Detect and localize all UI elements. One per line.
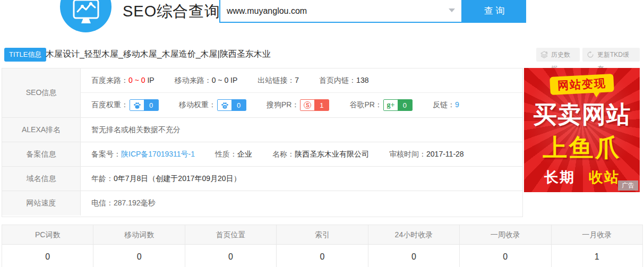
seo-info-table: SEO信息 百度来路：0 ~ 0 IP 移动来路：0 ~ 0 IP 出站链接：7… — [2, 68, 523, 217]
table-row-seo: SEO信息 百度来路：0 ~ 0 IP 移动来路：0 ~ 0 IP 出站链接：7… — [2, 68, 522, 118]
stats-value: 0 — [277, 245, 368, 267]
app-logo — [60, 0, 111, 32]
site-title-text: 木屋设计_轻型木屋_移动木屋_木屋造价_木屋|陕西圣东木业 — [46, 49, 271, 60]
history-data-button[interactable]: 历史数据 — [536, 48, 580, 62]
baidu-weight[interactable]: 百度权重：0 — [91, 99, 159, 111]
table-row-speed: 网站速度 电信：287.192毫秒 — [2, 191, 522, 216]
baidu-traffic: 百度来路：0 ~ 0 IP — [91, 76, 154, 85]
stats-value: 0 — [185, 245, 277, 267]
page-title: SEO综合查询 — [123, 1, 220, 22]
ad-label: 广告 — [618, 180, 638, 191]
table-row-beian: 备案信息 备案号：陕ICP备17019311号-1 性质：企业 名称：陕西圣东木… — [2, 142, 522, 167]
stats-col-header: PC词数 — [2, 225, 93, 244]
stats-col-header: 一周收录 — [460, 225, 551, 244]
title-info-badge: TITLE信息 — [4, 48, 46, 62]
google-pr[interactable]: 谷歌PR：g+0 — [349, 99, 412, 111]
stats-header-row: PC词数 移动词数 首页位置 索引 24小时收录 一周收录 一月收录 — [2, 225, 642, 245]
stats-col-header: 24小时收录 — [368, 225, 460, 244]
ad-banner[interactable]: 网站变现 买卖网站 上鱼爪 长期收站 广告 — [524, 68, 640, 192]
row-label: 备案信息 — [2, 142, 81, 166]
mobile-traffic: 移动来路：0 ~ 0 IP — [175, 76, 238, 85]
row-label: ALEXA排名 — [2, 118, 81, 142]
row-label: 域名信息 — [2, 167, 81, 191]
chevron-down-icon[interactable] — [449, 8, 455, 12]
beian-company-name: 名称：陕西圣东木业有限公司 — [272, 150, 369, 159]
search-input[interactable] — [219, 0, 462, 23]
homepage-inlinks: 首页内链：138 — [319, 76, 368, 85]
stats-value: 0 — [460, 245, 551, 267]
refresh-icon — [587, 51, 594, 58]
stats-value: 0 — [368, 245, 460, 267]
monitor-chart-icon — [72, 0, 100, 29]
row-label: 网站速度 — [2, 191, 81, 216]
backlinks[interactable]: 反链：9 — [433, 100, 459, 110]
sogou-icon: S — [304, 101, 311, 109]
row-label: SEO信息 — [2, 68, 81, 117]
beian-nature: 性质：企业 — [215, 150, 252, 159]
speed-value: 电信：287.192毫秒 — [91, 199, 156, 208]
mobile-weight[interactable]: 移动权重：m0 — [179, 99, 246, 111]
table-row-domain: 域名信息 年龄：0年7月8日（创建于2017年09月20日） — [2, 167, 522, 191]
stats-col-header: 首页位置 — [185, 225, 277, 244]
domain-age: 年龄：0年7月8日（创建于2017年09月20日） — [91, 174, 241, 184]
ad-bubble-text: 网站变现 — [549, 74, 614, 95]
ad-line2: 上鱼爪 — [524, 132, 640, 165]
alexa-value: 暂无排名或相关数据不充分 — [91, 125, 181, 135]
title-bar: TITLE信息 木屋设计_轻型木屋_移动木屋_木屋造价_木屋|陕西圣东木业 历史… — [0, 47, 644, 63]
table-row-alexa: ALEXA排名 暂无排名或相关数据不充分 — [2, 118, 522, 142]
baidu-paw-icon — [130, 100, 144, 110]
header: SEO综合查询 查 询 — [0, 0, 644, 45]
stats-value-row: 0 0 0 0 0 0 1 — [2, 245, 642, 267]
svg-text:m: m — [224, 105, 226, 108]
seo-weight-line: 百度权重：0 移动权重：m0 搜狗PR：S1 谷歌PR：g+0 反链：9 — [81, 93, 522, 117]
ad-line1: 买卖网站 — [524, 99, 640, 131]
beian-audit-time: 审核时间：2017-11-28 — [389, 150, 464, 159]
layers-icon — [540, 51, 548, 58]
stats-table: PC词数 移动词数 首页位置 索引 24小时收录 一周收录 一月收录 0 0 0… — [2, 225, 643, 267]
baidu-mobile-paw-icon: m — [218, 100, 231, 110]
stats-col-header: 索引 — [277, 225, 368, 244]
stats-value: 0 — [93, 245, 185, 267]
seo-traffic-line: 百度来路：0 ~ 0 IP 移动来路：0 ~ 0 IP 出站链接：7 首页内链：… — [81, 68, 522, 93]
refresh-tkd-button[interactable]: 更新TKD缓存 — [582, 48, 640, 62]
outbound-links: 出站链接：7 — [257, 76, 299, 85]
stats-value: 0 — [2, 245, 93, 267]
query-button[interactable]: 查 询 — [462, 0, 526, 23]
beian-number[interactable]: 备案号：陕ICP备17019311号-1 — [91, 150, 195, 159]
sogou-pr[interactable]: 搜狗PR：S1 — [267, 99, 329, 111]
stats-col-header: 移动词数 — [93, 225, 185, 244]
google-plus-icon: g+ — [387, 101, 394, 109]
stats-col-header: 一月收录 — [552, 225, 642, 244]
stats-value: 1 — [552, 245, 642, 267]
